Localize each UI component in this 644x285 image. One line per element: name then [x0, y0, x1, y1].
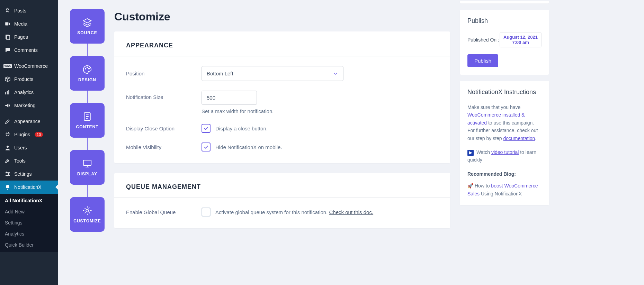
right-sidebar: Publish Published On : August 12, 2021 7… — [460, 6, 549, 285]
queue-doc-link[interactable]: Check out this doc. — [329, 209, 374, 215]
sidebar-label: NotificationX — [14, 184, 42, 190]
content-column: Customize APPEARANCE Position Bottom Lef… — [114, 6, 450, 285]
wizard-stepper: SOURCE DESIGN CONTENT DISPLAY — [70, 6, 105, 285]
sidebar-label: Products — [14, 76, 33, 82]
position-select[interactable]: Bottom Left — [202, 66, 343, 81]
documentation-link[interactable]: documentation — [503, 136, 535, 141]
media-icon — [4, 20, 11, 27]
sidebar-label: Media — [14, 21, 27, 27]
svg-point-6 — [7, 146, 9, 148]
publish-button[interactable]: Publish — [467, 54, 498, 67]
plugin-count-badge: 10 — [35, 132, 43, 137]
palette-icon — [82, 64, 92, 75]
step-content[interactable]: CONTENT — [70, 103, 105, 138]
sidebar-label: Analytics — [14, 90, 34, 95]
svg-rect-2 — [7, 36, 10, 40]
sidebar-item-analytics[interactable]: Analytics — [0, 86, 58, 99]
sidebar-item-pages[interactable]: Pages — [0, 30, 58, 44]
instr-text: Watch — [476, 149, 491, 155]
sidebar-label: Settings — [14, 171, 32, 177]
step-label: SOURCE — [77, 30, 97, 35]
mobile-visibility-text: Hide NotificationX on mobile. — [215, 144, 282, 150]
sidebar-item-posts[interactable]: Posts — [0, 4, 58, 17]
instr-text: Make sure that you have — [467, 104, 520, 110]
enable-queue-text: Activate global queue system for this no… — [215, 209, 373, 215]
sidebar-item-marketing[interactable]: Marketing — [0, 99, 58, 112]
svg-rect-3 — [5, 92, 6, 94]
sidebar-item-tools[interactable]: Tools — [0, 154, 58, 167]
svg-point-13 — [89, 68, 90, 69]
svg-rect-4 — [7, 91, 8, 94]
sub-settings[interactable]: Settings — [0, 217, 58, 228]
sidebar-item-products[interactable]: Products — [0, 73, 58, 86]
sidebar-submenu: All NotificationX Add New Settings Analy… — [0, 194, 58, 252]
sidebar-item-appearance[interactable]: Appearance — [0, 115, 58, 128]
sidebar-item-comments[interactable]: Comments — [0, 44, 58, 57]
layers-icon — [82, 17, 92, 28]
svg-point-12 — [87, 67, 88, 68]
publish-panel: Publish Published On : August 12, 2021 7… — [460, 10, 549, 75]
sidebar-item-plugins[interactable]: Plugins 10 — [0, 128, 58, 141]
enable-queue-desc: Activate global queue system for this no… — [215, 209, 329, 215]
sub-all-notificationx[interactable]: All NotificationX — [0, 195, 58, 206]
gear-icon — [82, 205, 92, 216]
woocommerce-icon: woo — [4, 63, 11, 70]
notification-size-input[interactable] — [202, 91, 257, 105]
date-line2: 7:00 am — [512, 40, 529, 45]
date-line1: August 12, 2021 — [503, 35, 538, 40]
svg-point-7 — [6, 172, 7, 173]
blog-paragraph: 🚀 How to boost WooCommerce Sales Using N… — [467, 182, 542, 197]
sidebar-item-notificationx[interactable]: NotificationX — [0, 181, 58, 194]
step-label: CUSTOMIZE — [73, 219, 101, 223]
chevron-down-icon — [333, 71, 338, 76]
recommended-blog-heading: Recommended Blog: — [467, 170, 542, 178]
plug-icon — [4, 131, 11, 138]
sidebar-item-users[interactable]: Users — [0, 141, 58, 154]
position-label: Position — [126, 71, 202, 76]
sidebar-item-settings[interactable]: Settings — [0, 167, 58, 181]
size-label: Notification Size — [126, 91, 202, 100]
sub-add-new[interactable]: Add New — [0, 206, 58, 217]
enable-queue-label: Enable Global Queue — [126, 209, 202, 215]
display-close-checkbox[interactable] — [202, 124, 211, 133]
display-close-text: Display a close button. — [215, 126, 268, 131]
step-label: DISPLAY — [77, 172, 97, 176]
svg-rect-5 — [8, 90, 9, 94]
sub-analytics[interactable]: Analytics — [0, 228, 58, 239]
sidebar-label: Pages — [14, 34, 28, 40]
step-label: DESIGN — [78, 77, 96, 82]
instr-text: . — [535, 136, 536, 141]
step-design[interactable]: DESIGN — [70, 56, 105, 91]
play-icon: ▶ — [467, 150, 474, 156]
instr-paragraph-1: Make sure that you have WooCommerce inst… — [467, 103, 542, 142]
mobile-visibility-checkbox[interactable] — [202, 142, 211, 151]
admin-sidebar: Posts Media Pages Comments woo WooCommer… — [0, 0, 58, 285]
sidebar-label: Appearance — [14, 119, 41, 124]
step-source[interactable]: SOURCE — [70, 9, 105, 44]
video-tutorial-link[interactable]: video tutorial — [491, 149, 519, 155]
sidebar-label: Posts — [14, 8, 26, 13]
step-label: CONTENT — [76, 125, 99, 129]
sidebar-item-woocommerce[interactable]: woo WooCommerce — [0, 59, 58, 73]
comment-icon — [4, 47, 11, 54]
sub-quick-builder[interactable]: Quick Builder — [0, 239, 58, 250]
step-customize[interactable]: CUSTOMIZE — [70, 197, 105, 232]
rocket-icon: 🚀 — [467, 183, 473, 189]
sidebar-item-media[interactable]: Media — [0, 17, 58, 30]
user-icon — [4, 144, 11, 151]
pages-icon — [4, 34, 11, 40]
published-on-label: Published On : — [467, 37, 499, 43]
page-title: Customize — [114, 10, 450, 23]
sidebar-label: Users — [14, 145, 27, 150]
panel-stub — [460, 1, 549, 3]
queue-heading: QUEUE MANAGEMENT — [126, 183, 438, 191]
mobile-visibility-label: Mobile Visibility — [126, 144, 202, 150]
sidebar-label: Plugins — [14, 132, 30, 137]
enable-queue-checkbox[interactable] — [202, 208, 211, 217]
svg-point-8 — [8, 174, 9, 175]
published-date[interactable]: August 12, 2021 7:00 am — [500, 32, 542, 47]
sidebar-label: Tools — [14, 158, 26, 164]
step-display[interactable]: DISPLAY — [70, 150, 105, 185]
wrench-icon — [4, 157, 11, 164]
monitor-icon — [82, 158, 92, 169]
